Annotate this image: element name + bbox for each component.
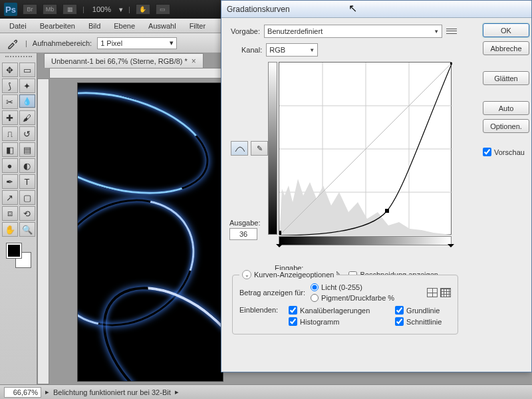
view-icon[interactable]: ▭ [156, 4, 170, 15]
curves-dialog: Gradationskurven Vorgabe: Benutzerdefini… [221, 0, 532, 372]
tool-pen[interactable]: ✒ [2, 174, 18, 189]
status-zoom[interactable]: 66,67% [4, 387, 41, 398]
tool-eyedropper[interactable]: 💧 [19, 94, 35, 108]
minibridge-icon[interactable]: Mb [43, 4, 57, 15]
options-button[interactable]: Optionen. [483, 119, 529, 133]
foreground-swatch[interactable] [7, 243, 21, 258]
status-play-icon[interactable]: ▸ [45, 388, 49, 396]
tool-3drot[interactable]: ⟲ [19, 206, 35, 221]
ok-button[interactable]: OK [483, 23, 529, 37]
histogram-checkbox[interactable]: Histogramm [289, 317, 388, 326]
show-label: Einblenden: [239, 306, 278, 314]
menu-ebene[interactable]: Ebene [107, 20, 142, 32]
status-message: Belichtung funktioniert nur bei 32-Bit [53, 388, 171, 396]
sample-size-select[interactable]: 1 Pixel▾ [97, 37, 177, 49]
input-gradient [279, 236, 452, 245]
preset-label: Vorgabe: [231, 27, 260, 35]
tool-move[interactable]: ✥ [2, 63, 18, 77]
tool-blur[interactable]: ● [2, 158, 18, 173]
pencil-mode-button[interactable]: ✎ [251, 141, 268, 156]
menu-datei[interactable]: Datei [3, 20, 33, 32]
sample-size-label: Aufnahmebereich: [33, 39, 92, 47]
status-more-icon[interactable]: ▸ [175, 388, 179, 396]
bridge-icon[interactable]: Br [23, 4, 37, 15]
channel-select[interactable]: RGB▼ [266, 43, 318, 57]
tool-eraser[interactable]: ◧ [2, 142, 18, 157]
curve-mode-button[interactable] [231, 141, 248, 156]
menu-filter[interactable]: Filter [183, 20, 212, 32]
white-point-slider[interactable] [448, 244, 454, 251]
tool-hand[interactable]: ✋ [2, 222, 18, 237]
tool-history[interactable]: ↺ [19, 126, 35, 141]
tool-shape[interactable]: ▢ [19, 190, 35, 205]
tool-crop[interactable]: ✂ [2, 94, 18, 109]
menu-bearbeiten[interactable]: Bearbeiten [33, 20, 82, 32]
display-options-label: Kurven-Anzeigeoptionen [254, 271, 334, 279]
menu-bild[interactable]: Bild [82, 20, 107, 32]
tool-3d[interactable]: ⧈ [2, 206, 18, 221]
output-input[interactable] [229, 228, 257, 240]
light-radio[interactable]: Licht (0-255) [311, 283, 394, 291]
panel-grip-icon[interactable] [5, 56, 32, 60]
tool-marquee[interactable]: ▭ [19, 63, 35, 77]
tool-path[interactable]: ↗ [2, 190, 18, 205]
menu-auswahl[interactable]: Auswahl [142, 20, 183, 32]
curves-graph[interactable] [279, 62, 452, 235]
ruler-vertical[interactable] [37, 78, 49, 384]
color-swatches[interactable] [7, 243, 31, 267]
tool-stamp[interactable]: ⎍ [2, 126, 18, 141]
svg-rect-8 [279, 231, 281, 235]
tool-heal[interactable]: ✚ [2, 110, 18, 125]
cancel-button[interactable]: Abbreche [483, 41, 529, 55]
grid-simple-icon[interactable] [427, 288, 438, 297]
preview-checkbox[interactable]: Vorschau [483, 148, 529, 156]
baseline-checkbox[interactable]: Grundlinie [395, 306, 475, 315]
pigment-radio[interactable]: Pigment/Druckfarbe % [311, 294, 394, 302]
output-gradient [268, 62, 277, 235]
svg-rect-9 [385, 209, 389, 213]
svg-rect-10 [450, 63, 452, 65]
tool-gradient[interactable]: ▤ [19, 142, 35, 157]
smooth-button[interactable]: Glätten [483, 71, 529, 85]
zoom-level[interactable]: 100% [92, 5, 111, 13]
dialog-titlebar[interactable]: Gradationskurven [221, 1, 531, 18]
output-field-group: Ausgabe: [229, 219, 260, 240]
collapse-icon[interactable]: ⌄ [242, 270, 251, 279]
tool-dodge[interactable]: ◐ [19, 158, 35, 173]
preset-select[interactable]: Benutzerdefiniert▼ [264, 25, 442, 38]
tool-brush[interactable]: 🖌 [19, 110, 35, 125]
document-tab-label: Unbenannt-1 bei 66,7% (Sterne, RGB/8) * [51, 57, 188, 65]
auto-button[interactable]: Auto [483, 101, 529, 115]
preset-menu-icon[interactable] [446, 27, 457, 36]
output-label: Ausgabe: [229, 219, 260, 227]
black-point-slider[interactable] [276, 244, 283, 251]
display-options-group: ⌄Kurven-Anzeigeoptionen Betrag anzeigen … [232, 275, 458, 334]
hand-icon[interactable]: ✋ [136, 4, 150, 15]
tool-indicator-icon [5, 36, 20, 51]
dialog-button-column: OK Abbreche Glätten Auto Optionen. Vorsc… [480, 19, 532, 160]
ps-logo-icon: Ps [4, 3, 17, 16]
overlay-checkbox[interactable]: Kanalüberlagerungen [289, 306, 388, 315]
document-canvas[interactable] [77, 82, 223, 382]
tool-wand[interactable]: ✦ [19, 78, 35, 93]
intersection-checkbox[interactable]: Schnittlinie [395, 317, 475, 326]
amount-label: Betrag anzeigen für: [239, 289, 305, 297]
tool-zoom[interactable]: 🔍 [19, 222, 35, 237]
grid-detailed-icon[interactable] [440, 288, 451, 297]
tools-panel: ✥ ▭ ⟆ ✦ ✂ 💧 ✚ 🖌 ⎍ ↺ ◧ ▤ ● ◐ ✒ T ↗ ▢ ⧈ ⟲ … [0, 53, 37, 384]
status-bar: 66,67% ▸ Belichtung funktioniert nur bei… [0, 384, 532, 399]
document-tab[interactable]: Unbenannt-1 bei 66,7% (Sterne, RGB/8) * … [44, 53, 203, 68]
close-tab-icon[interactable]: × [192, 57, 196, 66]
screenmode-icon[interactable]: ▦ [63, 4, 77, 15]
tool-type[interactable]: T [19, 174, 35, 189]
tool-lasso[interactable]: ⟆ [2, 78, 18, 93]
channel-label: Kanal: [241, 46, 262, 54]
